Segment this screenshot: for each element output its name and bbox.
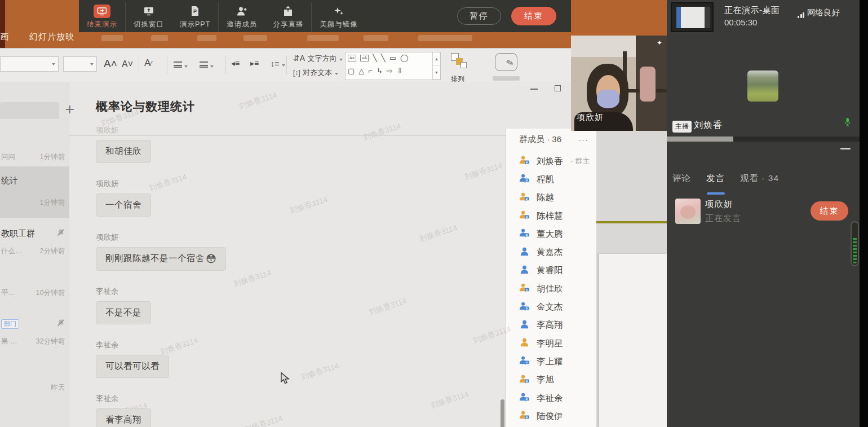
share-live-button[interactable]: 分享直播: [265, 2, 312, 32]
rounded-rect-icon[interactable]: ▢: [348, 67, 355, 75]
shape-gallery[interactable]: A≡ ≡A ╲ ╲ ▭ ◯ ▢ △ ⌐ ↳ ⇨ ⇩ ▲ ▼: [345, 52, 441, 80]
present-ppt-button[interactable]: P 演示PPT: [172, 2, 219, 32]
font-size-select[interactable]: [63, 56, 97, 72]
conversation-snippet: 问问: [1, 152, 40, 162]
sharing-status: 正在演示-桌面: [724, 5, 780, 16]
live-tab-active[interactable]: 发言: [706, 173, 725, 190]
chat-message: 项欣妍和胡佳欣: [96, 125, 485, 179]
rectangle-shape-icon[interactable]: ▭: [389, 54, 396, 62]
line-spacing-icon[interactable]: ↕≡: [271, 59, 285, 69]
elbow-arrow-icon[interactable]: ↳: [377, 67, 383, 75]
orange-bubble-person-icon: [519, 192, 530, 204]
conversation-time: 2分钟前: [40, 246, 65, 256]
member-row[interactable]: 董大腾: [506, 225, 596, 243]
watermark: 刘焕香3114: [238, 90, 278, 112]
conversation-item[interactable]: 统计1分钟前: [0, 166, 69, 218]
decrease-font-icon[interactable]: A˅: [122, 59, 133, 69]
increase-font-icon[interactable]: A˄: [104, 58, 117, 70]
triangle-shape-icon[interactable]: △: [358, 67, 364, 75]
conversation-subtitle-row: 问问1分钟前: [1, 151, 65, 162]
member-row[interactable]: 金文杰: [506, 298, 596, 316]
conversation-item[interactable]: 问问1分钟前: [0, 147, 69, 167]
end-presentation-button[interactable]: 结束演示: [79, 2, 126, 32]
member-row[interactable]: 李祉余: [506, 389, 596, 407]
conversation-item[interactable]: 部门果 …32分钟前: [0, 314, 69, 366]
arrange-button[interactable]: [451, 53, 468, 70]
numbered-list-icon[interactable]: [200, 60, 214, 70]
webcam-video[interactable]: ✦ 项欣妍: [571, 36, 667, 131]
orange-plain-person-icon: [519, 337, 530, 350]
member-row[interactable]: 李上耀: [506, 353, 596, 371]
right-arrow-shape-icon[interactable]: ⇨: [387, 67, 393, 75]
member-row[interactable]: 黄睿阳: [506, 262, 596, 280]
member-count-title: 群成员 · 36: [519, 134, 561, 145]
member-row[interactable]: 李高翔: [506, 316, 596, 334]
invite-members-button[interactable]: 邀请成员: [219, 2, 265, 32]
increase-indent-icon[interactable]: ▸≡: [250, 59, 259, 68]
textbox-icon[interactable]: A≡: [348, 55, 356, 61]
share-preview-thumbnail[interactable]: [671, 2, 714, 32]
member-row[interactable]: 程凯: [506, 170, 596, 188]
blue-bubble-person-icon: [519, 228, 530, 240]
conversation-title-row: 统计: [1, 174, 65, 187]
line-shape-icon[interactable]: ╲: [373, 54, 377, 62]
end-button[interactable]: 结束: [511, 7, 556, 25]
screen: 动画 幻灯片放映 A˄ A˅ A⁄ ◂≡ ▸≡ ↕≡ ⇵A 文字方向 [↕] 对…: [0, 0, 868, 427]
conversation-subtitle-row: 1分钟前: [1, 197, 65, 208]
decrease-indent-icon[interactable]: ◂≡: [231, 59, 240, 68]
member-row[interactable]: 李明星: [506, 334, 596, 353]
member-name: 陈越: [537, 192, 554, 204]
conversation-item[interactable]: 平…10分钟前: [0, 283, 69, 314]
chat-message: 李祉余不是不是: [96, 287, 485, 340]
ribbon-tab-slideshow[interactable]: 幻灯片放映: [29, 32, 74, 42]
host-badge: 主播: [672, 121, 692, 133]
conversation-item[interactable]: 教职工群什么…2分钟前: [0, 224, 69, 274]
maximize-window-button[interactable]: [555, 85, 561, 91]
switch-window-button[interactable]: 切换窗口: [126, 2, 172, 32]
message-bubble: 可以看可以看: [96, 355, 169, 378]
align-text-button[interactable]: [↕] 对齐文本: [293, 67, 338, 78]
conversation-subtitle-row: 昨天: [1, 382, 65, 393]
down-arrow-shape-icon[interactable]: ⇩: [397, 67, 403, 75]
member-row[interactable]: 黄嘉杰: [506, 243, 596, 261]
beauty-mirror-button[interactable]: 美颜与镜像: [312, 2, 366, 32]
chat-scrollbar[interactable]: [501, 399, 504, 427]
member-row[interactable]: 陈越: [506, 189, 596, 207]
gallery-scroll-up[interactable]: ▲: [433, 52, 440, 66]
minimize-window-button[interactable]: [530, 89, 538, 90]
gallery-scroll-down[interactable]: ▼: [433, 66, 440, 80]
member-row[interactable]: 陈梓慧: [506, 207, 596, 225]
end-speaking-button[interactable]: 结束: [811, 201, 848, 221]
hanging-clothes: [640, 67, 656, 102]
live-tab-item[interactable]: 观看 · 34: [740, 173, 779, 190]
slide-accent-line: [596, 221, 667, 223]
member-more-button[interactable]: ···: [578, 135, 588, 144]
blue-plain-person-icon: [519, 265, 530, 277]
panel-divider[interactable]: [667, 137, 860, 142]
vertical-textbox-icon[interactable]: ≡A: [360, 55, 369, 61]
face-mask: [597, 90, 619, 108]
message-sender: 项欣妍: [96, 125, 485, 135]
pause-button[interactable]: 暂停: [457, 7, 501, 25]
elbow-connector-icon[interactable]: ⌐: [368, 67, 373, 75]
conversation-item[interactable]: 昨天: [0, 377, 69, 409]
text-direction-button[interactable]: ⇵A 文字方向: [293, 53, 343, 64]
arrow-line-icon[interactable]: ╲: [381, 54, 386, 62]
ribbon-tab-animation[interactable]: 动画: [0, 32, 17, 42]
ppt-slide-area: [596, 82, 667, 427]
collapse-panel-button[interactable]: [840, 148, 851, 149]
member-role-badge: · 群主: [571, 156, 590, 166]
font-name-select[interactable]: [0, 56, 59, 72]
member-row[interactable]: 刘焕香· 群主: [506, 152, 596, 170]
microphone-icon[interactable]: [844, 117, 851, 129]
oval-shape-icon[interactable]: ◯: [400, 54, 409, 62]
member-row[interactable]: 李旭: [506, 371, 596, 389]
faded-tab: [101, 35, 123, 41]
member-row[interactable]: 胡佳欣: [506, 280, 596, 298]
presenter-toolbar: 结束演示 切换窗口 P 演示PPT 邀请成员 分享直播: [79, 0, 571, 32]
font-color-icon[interactable]: A⁄: [144, 58, 152, 69]
live-tab-item[interactable]: 评论: [672, 173, 691, 190]
search-input[interactable]: [0, 102, 59, 119]
member-row[interactable]: 陆俊伊: [506, 407, 596, 425]
bullet-list-icon[interactable]: [174, 60, 188, 70]
